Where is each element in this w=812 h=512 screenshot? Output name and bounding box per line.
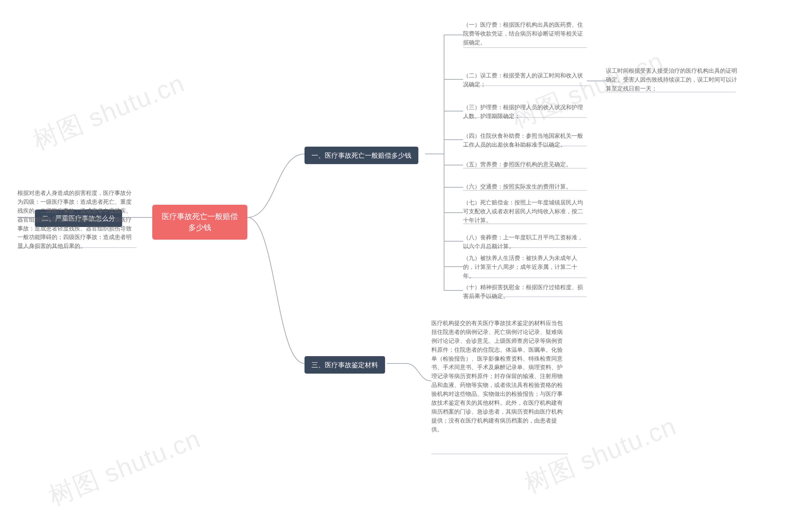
root-node[interactable]: 医疗事故死亡一般赔偿多少钱 — [152, 205, 248, 240]
item-medical-fee: （一）医疗费：根据医疗机构出具的医药费、住院费等收款凭证，结合病历和诊断证明等相… — [463, 21, 587, 47]
classification-desc: 根据对患者人身造成的损害程度，医疗事故分为四级：一级医疗事故：造成患者死亡、重度… — [18, 189, 136, 251]
item-transport-fee: （六）交通费：按照实际发生的费用计算。 — [463, 183, 587, 191]
item-nursing-fee: （三）护理费：根据护理人员的收入状况和护理人数、护理期限确定； — [463, 103, 587, 121]
branch-label: 一、医疗事故死亡一般赔偿多少钱 — [312, 152, 411, 159]
item-lost-wages-sub: 误工时间根据受害人接受治疗的医疗机构出具的证明确定。受害人因伤致残持续误工的，误… — [606, 67, 739, 93]
root-title: 医疗事故死亡一般赔偿多少钱 — [162, 212, 238, 232]
item-nutrition-fee: （五）营养费：参照医疗机构的意见确定。 — [463, 160, 587, 169]
branch-materials[interactable]: 三、医疗事故鉴定材料 — [304, 356, 385, 374]
branch-compensation[interactable]: 一、医疗事故死亡一般赔偿多少钱 — [304, 147, 418, 164]
materials-desc: 医疗机构提交的有关医疗事故技术鉴定的材料应当包括住院患者的病例记录、死亡病例讨论… — [431, 319, 568, 434]
item-lost-wages: （二）误工费：根据受害人的误工时间和收入状况确定； — [463, 72, 587, 89]
watermark: 树图 shutu.cn — [44, 422, 206, 512]
watermark: 树图 shutu.cn — [28, 66, 190, 158]
branch-label: 三、医疗事故鉴定材料 — [312, 361, 378, 369]
item-dependent-living: （九）被扶养人生活费：被扶养人为未成年人的，计算至十八周岁；成年近亲属，计算二十… — [463, 254, 587, 280]
item-mental-damage: （十）精神损害抚慰金：根据医疗过错程度、损害后果予以确定。 — [463, 283, 587, 301]
item-death-compensation: （七）死亡赔偿金：按照上一年度城镇居民人均可支配收入或者农村居民人均纯收入标准，… — [463, 198, 587, 225]
item-meal-subsidy: （四）住院伙食补助费：参照当地国家机关一般工作人员的出差伙食补助标准予以确定。 — [463, 132, 587, 150]
item-funeral-fee: （八）丧葬费：上一年度职工月平均工资标准，以六个月总额计算。 — [463, 233, 587, 251]
